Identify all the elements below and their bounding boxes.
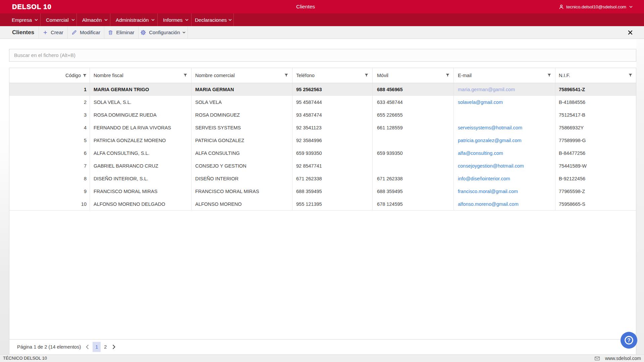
svg-text:?: ?	[627, 338, 631, 343]
